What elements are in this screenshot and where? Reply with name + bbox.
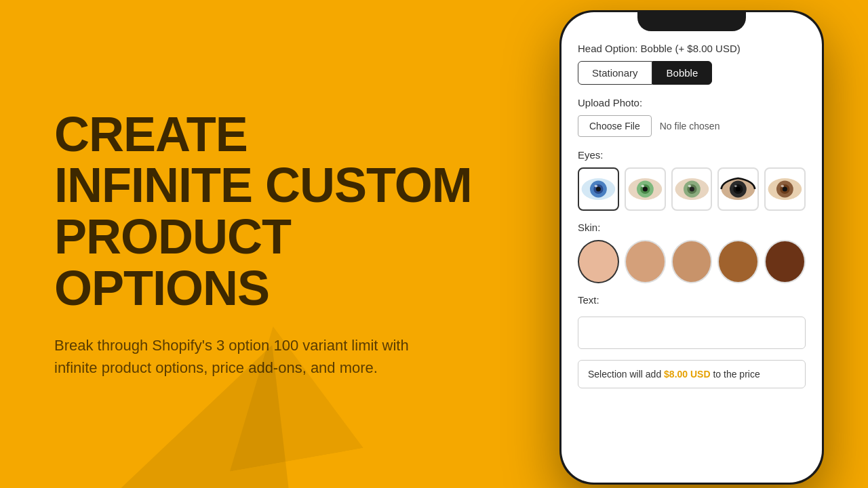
no-file-text: No file chosen	[660, 121, 720, 131]
svg-point-8	[643, 186, 648, 191]
eyes-section: Eyes:	[578, 149, 806, 211]
skin-swatch-2[interactable]	[625, 240, 666, 283]
eyes-label: Eyes:	[578, 149, 806, 161]
headline-line2: INFINITE CUSTOM	[54, 158, 472, 212]
text-input[interactable]	[578, 317, 806, 349]
phone-notch	[637, 12, 746, 31]
skin-swatches	[578, 240, 806, 283]
svg-point-24	[781, 185, 784, 188]
bobble-button[interactable]: Bobble	[652, 61, 713, 85]
eye-swatch-gray-green[interactable]	[671, 167, 713, 211]
stationary-button[interactable]: Stationary	[578, 61, 652, 85]
upload-row: Choose File No file chosen	[578, 115, 806, 137]
eye-swatch-brown[interactable]	[764, 167, 806, 211]
upload-section: Upload Photo: Choose File No file chosen	[578, 97, 806, 137]
skin-swatch-3[interactable]	[671, 240, 713, 283]
skin-label: Skin:	[578, 222, 806, 233]
subtext: Break through Shopify's 3 option 100 var…	[54, 334, 448, 379]
svg-point-14	[688, 185, 690, 188]
eye-swatch-dark[interactable]	[717, 167, 759, 211]
head-option-label: Head Option: Bobble (+ $8.00 USD)	[578, 43, 806, 54]
headline-line1: CREATE	[54, 107, 248, 161]
svg-point-4	[595, 185, 597, 188]
phone-inner: Head Option: Bobble (+ $8.00 USD) Statio…	[561, 12, 822, 483]
eye-swatch-blue[interactable]	[578, 167, 619, 211]
price-note: Selection will add $8.00 USD to the pric…	[578, 360, 806, 388]
upload-label: Upload Photo:	[578, 97, 806, 108]
price-amount: $8.00 USD	[664, 369, 710, 380]
svg-point-19	[734, 185, 737, 187]
phone-content: Head Option: Bobble (+ $8.00 USD) Statio…	[561, 12, 822, 483]
svg-point-18	[736, 186, 741, 191]
svg-point-9	[641, 185, 644, 188]
phone-mockup: Head Option: Bobble (+ $8.00 USD) Statio…	[559, 10, 824, 485]
price-note-suffix: to the price	[713, 369, 760, 380]
svg-point-3	[596, 186, 601, 191]
eye-swatches	[578, 167, 806, 211]
right-panel: Head Option: Bobble (+ $8.00 USD) Statio…	[515, 0, 868, 488]
headline-line3: PRODUCT OPTIONS	[54, 209, 291, 315]
choose-file-button[interactable]: Choose File	[578, 115, 652, 137]
left-panel: CREATE INFINITE CUSTOM PRODUCT OPTIONS B…	[0, 0, 515, 488]
svg-point-23	[783, 186, 787, 191]
svg-point-13	[689, 186, 694, 191]
price-note-prefix: Selection will add	[588, 369, 661, 380]
skin-swatch-5[interactable]	[764, 240, 806, 283]
skin-swatch-4[interactable]	[717, 240, 759, 283]
eye-swatch-green[interactable]	[625, 167, 666, 211]
headline: CREATE INFINITE CUSTOM PRODUCT OPTIONS	[54, 109, 475, 314]
skin-swatch-1[interactable]	[578, 240, 619, 283]
text-label: Text:	[578, 294, 806, 306]
head-option-section: Head Option: Bobble (+ $8.00 USD) Statio…	[578, 43, 806, 85]
text-section: Text:	[578, 294, 806, 349]
option-buttons: Stationary Bobble	[578, 61, 806, 85]
skin-section: Skin:	[578, 222, 806, 283]
